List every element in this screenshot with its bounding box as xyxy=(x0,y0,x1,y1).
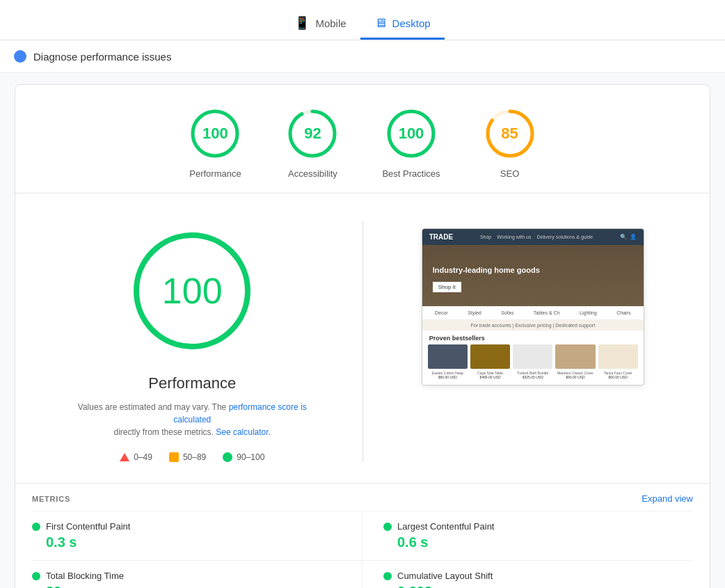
expand-view-button[interactable]: Expand view xyxy=(642,493,693,504)
main-content: 100 Performance Values are estimated and… xyxy=(15,193,710,483)
legend-item-low: 0–49 xyxy=(120,452,152,462)
sc-nav-link-1: Working with us xyxy=(497,235,531,239)
score-item-seo: 85 SEO xyxy=(482,106,538,179)
tab-desktop-label: Desktop xyxy=(392,17,431,29)
sc-nav-link-0: Shop xyxy=(480,235,491,239)
legend-range-high: 90–100 xyxy=(237,452,264,462)
score-item-accessibility: 92 Accessibility xyxy=(285,106,340,179)
sc-product-3: Manners Classic Cover $90.00 USD xyxy=(555,344,595,379)
calc-link[interactable]: See calculator xyxy=(216,427,268,437)
score-value-accessibility: 92 xyxy=(304,125,321,143)
desktop-icon: 🖥 xyxy=(374,16,387,31)
sc-cat-1: Styled xyxy=(468,310,481,315)
performance-title: Performance xyxy=(148,374,236,392)
sc-hero: Industry-leading home goods Shop it xyxy=(422,245,644,306)
metric-value-tbt: 30 ms xyxy=(32,584,351,588)
sc-nav-links: Shop Working with us Delivery solutions … xyxy=(480,235,593,239)
metrics-header: METRICS Expand view xyxy=(15,483,710,511)
sc-product-img-0 xyxy=(428,344,468,369)
green-circle-icon xyxy=(223,452,232,462)
legend-row: 0–49 50–89 90–100 xyxy=(120,452,264,462)
metric-dot-fcp xyxy=(32,523,40,531)
sc-logo: TRADE xyxy=(429,233,453,241)
metric-dot-cls xyxy=(383,572,392,580)
metric-dot-tbt xyxy=(32,572,40,580)
score-circle-accessibility: 92 xyxy=(285,106,340,161)
large-score-value: 100 xyxy=(162,270,223,312)
sc-product-price-0: $60.00 USD xyxy=(438,375,457,379)
metric-name-fcp: First Contentful Paint xyxy=(46,521,130,532)
score-circle-best-practices: 100 xyxy=(383,106,439,161)
tabs-bar: 📱 Mobile 🖥 Desktop xyxy=(0,0,725,40)
sc-cat-5: Chairs xyxy=(616,310,630,315)
metric-item-lcp: Largest Contentful Paint 0.6 s xyxy=(362,511,693,560)
scores-row: 100 Performance 92 Accessibility xyxy=(15,85,710,193)
metric-name-row-fcp: First Contentful Paint xyxy=(32,521,351,532)
sc-product-1: Cape Side Table $489.00 USD xyxy=(470,344,510,379)
tab-desktop[interactable]: 🖥 Desktop xyxy=(360,8,445,40)
sc-product-img-4 xyxy=(598,344,638,369)
sc-search-icon: 🔍 xyxy=(620,234,627,240)
score-value-best-practices: 100 xyxy=(399,125,424,143)
metric-value-fcp: 0.3 s xyxy=(32,534,351,550)
sc-product-img-1 xyxy=(470,344,510,369)
metric-dot-lcp xyxy=(383,523,392,531)
sc-hero-title: Industry-leading home goods xyxy=(433,266,633,274)
sc-categories: Decor Styled Sofas Tables & Ch Lighting … xyxy=(422,306,644,320)
metric-item-fcp: First Contentful Paint 0.3 s xyxy=(32,511,362,560)
large-score-circle: 100 xyxy=(122,221,262,360)
sc-product-4: Tanya Faux Cover $60.00 USD xyxy=(598,344,638,379)
diagnose-label: Diagnose performance issues xyxy=(33,51,171,63)
sc-user-icon: 👤 xyxy=(630,234,637,240)
right-section: TRADE Shop Working with us Delivery solu… xyxy=(398,221,669,386)
sc-cat-4: Lighting xyxy=(580,310,597,315)
sc-navbar: TRADE Shop Working with us Delivery solu… xyxy=(422,229,644,245)
score-label-performance: Performance xyxy=(189,168,241,179)
desc-before: Values are estimated and may vary. The xyxy=(78,402,226,412)
tab-mobile[interactable]: 📱 Mobile xyxy=(280,8,360,40)
desc-end: . xyxy=(269,427,271,437)
metric-item-cls: Cumulative Layout Shift 0.003 xyxy=(362,560,693,588)
performance-description: Values are estimated and may vary. The p… xyxy=(60,401,324,438)
score-label-best-practices: Best Practices xyxy=(382,168,440,179)
sc-shop-btn[interactable]: Shop it xyxy=(433,282,461,292)
sc-cat-3: Tables & Ch xyxy=(534,310,560,315)
metric-name-row-tbt: Total Blocking Time xyxy=(32,571,351,581)
main-card: 100 Performance 92 Accessibility xyxy=(15,84,710,588)
sc-nav-link-2: Delivery solutions & guide xyxy=(537,235,593,239)
score-circle-seo: 85 xyxy=(482,106,538,161)
legend-range-low: 0–49 xyxy=(134,452,152,462)
left-section: 100 Performance Values are estimated and… xyxy=(57,221,328,462)
sc-product-price-4: $60.00 USD xyxy=(609,375,628,379)
sc-product-2: Turkish Bath Bundle $325.00 USD xyxy=(513,344,552,379)
sc-product-price-3: $90.00 USD xyxy=(566,375,584,379)
sc-product-price-1: $489.00 USD xyxy=(480,375,501,379)
score-label-seo: SEO xyxy=(500,168,519,179)
sc-search-icons: 🔍 👤 xyxy=(620,234,637,240)
sc-promo: For trade accounts | Exclusive pricing |… xyxy=(422,320,644,331)
red-triangle-icon xyxy=(120,453,129,461)
score-value-performance: 100 xyxy=(202,125,228,143)
orange-square-icon xyxy=(169,452,179,462)
metrics-grid: First Contentful Paint 0.3 s Largest Con… xyxy=(15,511,710,588)
score-item-best-practices: 100 Best Practices xyxy=(382,106,440,179)
diagnose-dot-icon xyxy=(14,50,26,63)
legend-item-high: 90–100 xyxy=(223,452,264,462)
metric-name-lcp: Largest Contentful Paint xyxy=(397,521,494,532)
sc-product-0: Easton Cotton Heap $60.00 USD xyxy=(428,344,468,379)
score-circle-performance: 100 xyxy=(187,106,243,161)
metric-name-row-cls: Cumulative Layout Shift xyxy=(383,571,682,581)
sc-product-price-2: $325.00 USD xyxy=(523,375,543,379)
legend-item-mid: 50–89 xyxy=(169,452,206,462)
metrics-title: METRICS xyxy=(32,495,70,503)
screenshot-mockup: TRADE Shop Working with us Delivery solu… xyxy=(422,228,644,386)
metric-name-tbt: Total Blocking Time xyxy=(46,571,124,581)
metric-value-lcp: 0.6 s xyxy=(383,534,682,550)
metric-name-row-lcp: Largest Contentful Paint xyxy=(383,521,682,532)
sc-product-img-3 xyxy=(555,344,595,369)
legend-range-mid: 50–89 xyxy=(183,452,206,462)
sc-bestsellers-title: Proven bestsellers xyxy=(422,331,644,344)
mobile-icon: 📱 xyxy=(294,15,310,31)
metric-item-tbt: Total Blocking Time 30 ms xyxy=(32,560,362,588)
score-label-accessibility: Accessibility xyxy=(288,168,337,179)
